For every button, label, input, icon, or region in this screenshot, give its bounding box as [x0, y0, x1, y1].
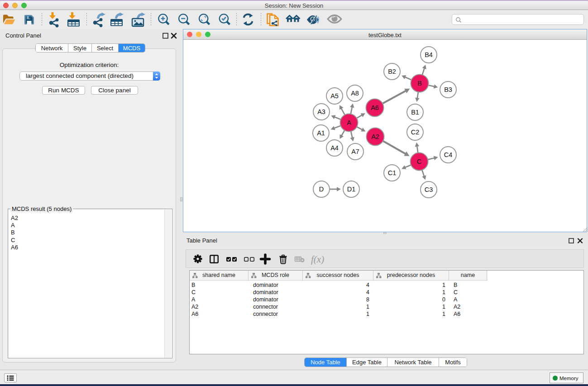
svg-text:C1: C1 [388, 169, 397, 176]
svg-text:B3: B3 [444, 86, 452, 93]
svg-text:A7: A7 [351, 148, 359, 155]
svg-text:A4: A4 [330, 144, 339, 152]
svg-text:A5: A5 [330, 92, 339, 100]
svg-text:A2: A2 [371, 133, 379, 140]
svg-text:A3: A3 [317, 108, 325, 115]
svg-text:B4: B4 [425, 51, 433, 58]
svg-text:C: C [417, 158, 421, 165]
svg-text:B2: B2 [388, 68, 396, 75]
svg-text:B: B [417, 80, 422, 87]
svg-text:A1: A1 [317, 129, 325, 137]
svg-text:f(x): f(x) [311, 254, 324, 265]
svg-text:A6: A6 [371, 104, 379, 111]
svg-text:B1: B1 [411, 109, 419, 116]
svg-text:D1: D1 [347, 186, 356, 193]
svg-text:C2: C2 [411, 129, 420, 136]
svg-text:A: A [347, 119, 351, 126]
svg-text:D: D [319, 186, 324, 193]
svg-text:A8: A8 [351, 90, 359, 97]
svg-text:C4: C4 [444, 151, 453, 158]
svg-text:C3: C3 [425, 186, 433, 193]
